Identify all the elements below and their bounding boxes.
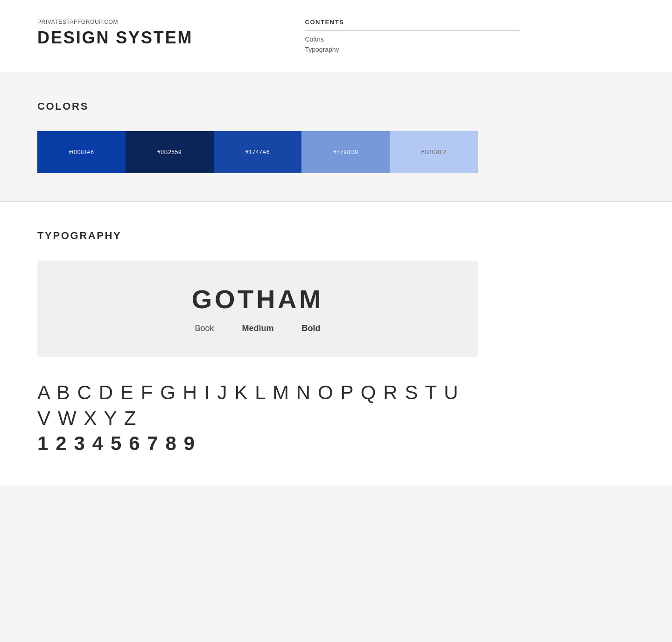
colors-section-title: COLORS (37, 100, 635, 113)
color-label: #1747A6 (245, 149, 270, 155)
font-weight-medium: Medium (242, 324, 274, 333)
site-url: PRIVATESTAFFGROUP.COM (37, 19, 193, 25)
color-label: #0B2559 (157, 149, 182, 155)
color-swatch: #0B2559 (126, 131, 214, 173)
font-weights: Book Medium Bold (195, 324, 320, 333)
color-swatch: #083DA6 (37, 131, 126, 173)
contents-label: CONTENTS (305, 19, 520, 31)
color-swatch: #1747A6 (214, 131, 302, 173)
font-weight-book: Book (195, 324, 214, 333)
font-weight-bold: Bold (302, 324, 321, 333)
color-swatch: #B3C8F2 (390, 131, 478, 173)
color-label: #083DA6 (69, 149, 94, 155)
header-left: PRIVATESTAFFGROUP.COM DESIGN SYSTEM (37, 19, 193, 48)
contents-nav: Colors Typography (305, 35, 520, 53)
typography-section: TYPOGRAPHY GOTHAM Book Medium Bold A B C… (0, 201, 672, 485)
color-swatch: #7798D9 (301, 131, 390, 173)
header: PRIVATESTAFFGROUP.COM DESIGN SYSTEM CONT… (0, 0, 672, 72)
colors-row: #083DA6#0B2559#1747A6#7798D9#B3C8F2 (37, 131, 478, 173)
colors-section: COLORS #083DA6#0B2559#1747A6#7798D9#B3C8… (0, 72, 672, 201)
header-right: CONTENTS Colors Typography (305, 19, 520, 53)
typography-card: GOTHAM Book Medium Bold (37, 261, 478, 357)
color-label: #7798D9 (333, 149, 358, 155)
alphabet-row: A B C D E F G H I J K L M N O P Q R S T … (37, 380, 478, 431)
alphabet-display: A B C D E F G H I J K L M N O P Q R S T … (37, 380, 478, 457)
nav-link-colors[interactable]: Colors (305, 35, 520, 43)
numbers-row: 1 2 3 4 5 6 7 8 9 (37, 431, 478, 457)
nav-link-typography[interactable]: Typography (305, 46, 520, 53)
design-system-title: DESIGN SYSTEM (37, 28, 193, 48)
color-label: #B3C8F2 (421, 149, 447, 155)
font-name: GOTHAM (192, 284, 323, 314)
typography-section-title: TYPOGRAPHY (37, 230, 635, 242)
